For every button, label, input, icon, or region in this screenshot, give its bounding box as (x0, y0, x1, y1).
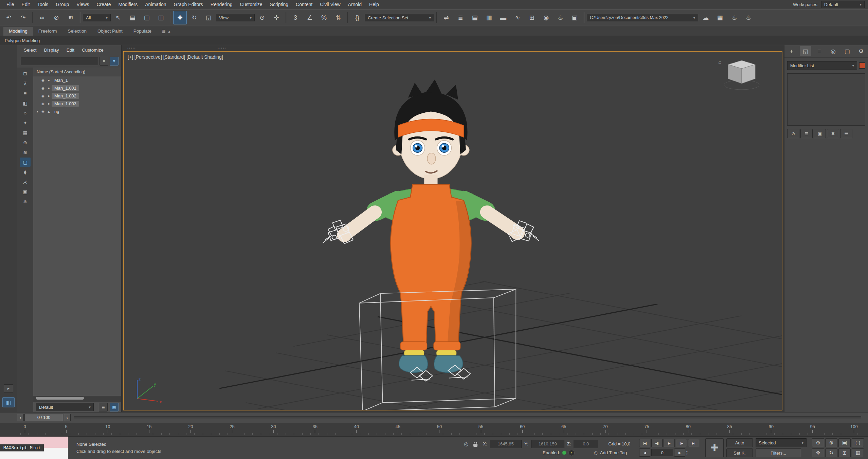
zoom-all-icon[interactable]: ⊕ (825, 438, 837, 447)
slider-next-icon[interactable]: › (64, 414, 71, 421)
object-name[interactable]: Man_1 (52, 77, 71, 83)
display-space-warps-icon[interactable]: ≋ (20, 148, 31, 157)
y-coordinate-field[interactable]: 1610,159 (531, 440, 564, 448)
viewport-canvas[interactable] (124, 52, 782, 410)
frame-tick[interactable]: 75 (642, 424, 651, 433)
select-and-rotate-icon[interactable]: ↻ (187, 11, 201, 24)
enabled-green-dot-icon[interactable] (562, 451, 566, 455)
explorer-search-input[interactable] (21, 57, 98, 65)
unlink-selection-icon[interactable]: ⊘ (50, 11, 63, 24)
frame-tick[interactable]: 15 (145, 424, 153, 433)
rendered-frame-window-icon[interactable]: ▣ (568, 11, 581, 24)
menu-item[interactable]: Civil View (316, 0, 344, 9)
explorer-menu-item[interactable]: Display (41, 46, 62, 55)
render-production-icon[interactable]: ♨ (727, 11, 741, 24)
filters-button[interactable]: Filters... (756, 448, 801, 457)
frame-tick[interactable]: 90 (767, 424, 776, 433)
bind-to-space-warp-icon[interactable]: ≋ (64, 11, 77, 24)
undo-icon[interactable]: ↶ (2, 11, 16, 24)
menu-item[interactable]: Rendering (207, 0, 236, 9)
explorer-menu-item[interactable]: Select (21, 46, 40, 55)
visibility-eye-icon[interactable]: ◉ (40, 94, 46, 98)
explorer-menu-item[interactable]: Customize (79, 46, 107, 55)
modifier-list-dropdown[interactable]: Modifier List ▾ (787, 61, 857, 70)
rig[interactable]: ▸ ◉ ▲ rig (33, 108, 121, 115)
viewport-shading-label[interactable]: [+] [Perspective] [Standard] [Default Sh… (128, 54, 223, 60)
key-filter-dropdown[interactable]: Selected ▾ (756, 438, 807, 447)
frame-tick[interactable]: 30 (269, 424, 278, 433)
display-helpers-icon[interactable]: ⊕ (20, 138, 31, 147)
display-bones-icon[interactable]: ⋌ (20, 177, 31, 186)
ribbon-tab[interactable]: Freeform (33, 27, 62, 36)
select-and-move-icon[interactable]: ✥ (173, 11, 187, 24)
ribbon-tab[interactable]: Populate (128, 27, 157, 36)
select-and-manipulate-icon[interactable]: ✛ (270, 11, 283, 24)
Man_1.002[interactable]: ◉ ● Man_1.002 (33, 92, 121, 100)
object-name[interactable]: Man_1.001 (52, 85, 79, 91)
Man_1.001[interactable]: ◉ ● Man_1.001 (33, 84, 121, 92)
key-previous-icon[interactable]: ◀ (639, 448, 650, 457)
viewcube[interactable]: ⌂ (716, 57, 767, 98)
ribbon-tab[interactable]: Modeling (3, 27, 33, 36)
auto-key-button[interactable]: Auto (726, 438, 753, 447)
viewport-layout-icon[interactable]: ▦ (852, 448, 864, 457)
Man_1.003[interactable]: ◉ ● Man_1.003 (33, 100, 121, 108)
display-shapes-icon[interactable]: ○ (20, 108, 31, 117)
ribbon-minimize-icon[interactable]: ▴ (168, 27, 170, 36)
Man_1[interactable]: ◉ ● Man_1 (33, 76, 121, 84)
character-model[interactable] (337, 79, 525, 373)
render-gallery-icon[interactable]: ▦ (713, 11, 727, 24)
frame-tick[interactable]: 5 (62, 424, 71, 433)
modifier-stack[interactable] (787, 73, 865, 126)
isolate-selection-icon[interactable]: ◎ (463, 441, 470, 447)
set-key-mode-button[interactable]: Set K. (726, 448, 753, 457)
material-editor-icon[interactable]: ◉ (539, 11, 553, 24)
frame-tick[interactable]: 40 (352, 424, 361, 433)
tab-display-icon[interactable]: ▢ (842, 46, 853, 56)
render-iterative-icon[interactable]: ♨ (742, 11, 755, 24)
select-and-scale-icon[interactable]: ◲ (202, 11, 215, 24)
menu-item[interactable]: Views (73, 0, 93, 9)
visibility-eye-icon[interactable]: ◉ (40, 102, 46, 106)
zoom-region-icon[interactable]: ▢ (852, 438, 864, 447)
show-end-result-icon[interactable]: ≣ (800, 129, 813, 138)
frame-tick[interactable]: 60 (518, 424, 527, 433)
frame-tick[interactable]: 55 (476, 424, 485, 433)
window-crossing-icon[interactable]: ◫ (154, 11, 168, 24)
explorer-preset-dropdown[interactable]: Default ▾ (36, 403, 94, 411)
maxscript-mini-listener[interactable]: MAXScript Mini (0, 437, 68, 459)
menu-item[interactable]: Create (93, 0, 114, 9)
time-slider-handle[interactable]: 0 / 100 (24, 414, 63, 421)
go-to-end-button[interactable]: ▶| (688, 439, 699, 447)
display-geometry-icon[interactable]: ◧ (20, 98, 31, 108)
frame-tick[interactable]: 20 (186, 424, 195, 433)
object-name[interactable]: Man_1.002 (52, 93, 79, 99)
play-button[interactable]: ▶ (664, 439, 675, 447)
tab-motion-icon[interactable]: ◎ (828, 46, 839, 56)
explorer-pin-icon[interactable]: ⊼ (20, 79, 31, 88)
scrollbar-thumb[interactable] (36, 397, 84, 400)
track-bar[interactable]: 0 5 10 15 20 25 30 35 (0, 423, 868, 436)
add-time-tag[interactable]: ◷ Add Time Tag (594, 450, 627, 455)
align-icon[interactable]: ≣ (454, 11, 467, 24)
explorer-menu-item[interactable]: Edit (64, 46, 77, 55)
display-groups-icon[interactable]: ▢ (20, 158, 31, 167)
frame-tick[interactable]: 100 (850, 424, 858, 433)
toggle-scene-explorer-icon[interactable]: ▤ (468, 11, 482, 24)
object-color-swatch[interactable] (859, 62, 865, 69)
explorer-horizontal-scrollbar[interactable] (33, 396, 121, 402)
time-slider-track[interactable] (74, 416, 861, 419)
frame-tick[interactable]: 35 (311, 424, 320, 433)
menu-item[interactable]: Tools (34, 0, 52, 9)
toggle-ribbon-icon[interactable]: ▬ (496, 11, 510, 24)
go-to-start-button[interactable]: |◀ (639, 439, 650, 447)
selection-lock-icon[interactable] (473, 444, 477, 447)
remove-modifier-icon[interactable]: ✖ (827, 129, 839, 138)
visibility-eye-icon[interactable]: ◉ (40, 86, 46, 90)
ribbon-tab[interactable]: Object Paint (92, 27, 128, 36)
pan-icon[interactable]: ✥ (812, 448, 824, 457)
menu-item[interactable]: Modifiers (114, 0, 141, 9)
explorer-lock-icon[interactable]: ⊡ (20, 69, 31, 78)
menu-item[interactable]: Arnold (344, 0, 365, 9)
frame-tick[interactable]: 10 (103, 424, 112, 433)
